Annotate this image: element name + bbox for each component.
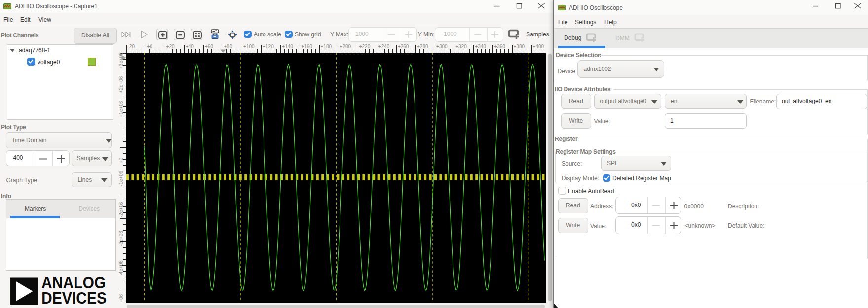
svg-text:+340: +340 [475, 44, 486, 49]
svg-text:+300: +300 [436, 44, 448, 49]
svg-text:+40: +40 [186, 44, 194, 49]
svg-text:+220: +220 [359, 44, 371, 49]
svg-text:-4e+06: -4e+06 [118, 260, 124, 276]
svg-text:+180: +180 [321, 44, 332, 49]
svg-text:+400: +400 [533, 44, 544, 49]
svg-text:+1e+06: +1e+06 [118, 101, 124, 117]
svg-text:+140: +140 [282, 44, 293, 49]
svg-text:+60: +60 [205, 44, 213, 49]
svg-text:+240: +240 [378, 44, 390, 49]
svg-text:+380: +380 [514, 44, 525, 49]
svg-text:+2e+06: +2e+06 [118, 76, 124, 93]
svg-text:+120: +120 [263, 44, 274, 49]
svg-text:-1e+06: -1e+06 [118, 171, 124, 186]
svg-text:+280: +280 [417, 44, 428, 49]
svg-text:-2e+06: -2e+06 [118, 202, 124, 217]
svg-text:+0: +0 [118, 157, 124, 163]
svg-text:+260: +260 [398, 44, 409, 49]
svg-text:-5e+06: -5e+06 [118, 294, 124, 303]
svg-text:+160: +160 [301, 44, 312, 49]
svg-text:+200: +200 [340, 44, 351, 49]
svg-text:+100: +100 [243, 44, 255, 49]
svg-text:-3e+06: -3e+06 [118, 231, 124, 246]
svg-text:+0: +0 [147, 44, 153, 49]
svg-text:+3e+06: +3e+06 [118, 53, 124, 69]
svg-text:+320: +320 [455, 44, 467, 49]
svg-text:+360: +360 [494, 44, 505, 49]
svg-text:-20: -20 [128, 44, 135, 49]
svg-text:+20: +20 [166, 44, 175, 49]
svg-text:+80: +80 [224, 44, 232, 49]
